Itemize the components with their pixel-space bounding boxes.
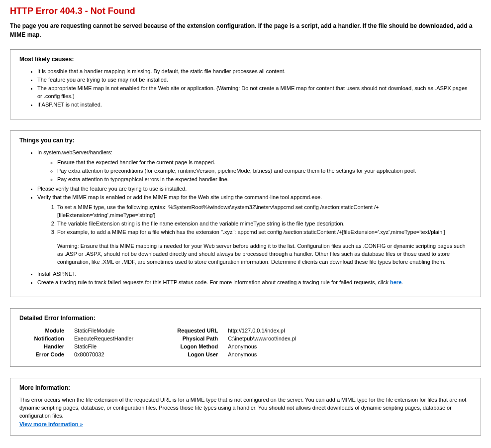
causes-box: Most likely causes: It is possible that …	[10, 49, 481, 119]
detail-row: Error Code 0x80070032	[19, 350, 133, 358]
detail-value: http://127.0.0.1/index.pl	[228, 327, 296, 335]
detail-label: Notification	[19, 335, 74, 342]
more-info-box: More Information: This error occurs when…	[10, 378, 481, 436]
tracing-text: Create a tracing rule to track failed re…	[37, 279, 390, 285]
details-heading: Detailed Error Information:	[19, 315, 472, 322]
causes-heading: Most likely causes:	[19, 56, 472, 63]
try-subitem: Pay extra attention to preconditions (fo…	[57, 167, 472, 175]
cause-item: The appropriate MIME map is not enabled …	[37, 85, 472, 101]
more-info-heading: More Information:	[19, 384, 472, 391]
error-title: HTTP Error 404.3 - Not Found	[10, 6, 481, 16]
more-info-text: This error occurs when the file extensio…	[19, 396, 472, 420]
detail-value: StaticFileModule	[74, 327, 133, 335]
detail-row: Module StaticFileModule	[19, 327, 133, 335]
try-item: Install ASP.NET.	[37, 270, 472, 278]
detail-row: Physical Path C:\inetpub\wwwroot\index.p…	[153, 335, 296, 342]
try-warning: Warning: Ensure that this MIME mapping i…	[57, 242, 472, 266]
try-subitem: Pay extra attention to typographical err…	[57, 176, 472, 184]
detail-value: StaticFile	[74, 342, 133, 350]
try-ol-item: To set a MIME type, use the following sy…	[57, 204, 472, 220]
try-heading: Things you can try:	[19, 137, 472, 144]
details-right-column: Requested URL http://127.0.0.1/index.pl …	[153, 327, 296, 358]
tracing-link[interactable]: here	[390, 279, 401, 285]
detail-row: Requested URL http://127.0.0.1/index.pl	[153, 327, 296, 335]
detail-row: Logon Method Anonymous	[153, 342, 296, 350]
try-item: Create a tracing rule to track failed re…	[37, 279, 472, 287]
try-item: Verify that the MIME map is enabled or a…	[37, 194, 472, 266]
detail-label: Handler	[19, 342, 74, 350]
error-subtitle: The page you are requesting cannot be se…	[10, 21, 481, 39]
detail-label: Physical Path	[153, 335, 228, 342]
try-item-text: In system.webServer/handlers:	[37, 149, 112, 155]
detail-row: Notification ExecuteRequestHandler	[19, 335, 133, 342]
detail-value: C:\inetpub\wwwroot\index.pl	[228, 335, 296, 342]
cause-item: The feature you are trying to use may no…	[37, 76, 472, 84]
details-box: Detailed Error Information: Module Stati…	[10, 308, 481, 367]
try-item: In system.webServer/handlers: Ensure tha…	[37, 149, 472, 184]
try-ol-item: For example, to add a MIME map for a fil…	[57, 228, 472, 236]
tracing-post: .	[401, 279, 403, 285]
cause-item: If ASP.NET is not installed.	[37, 101, 472, 109]
try-item-text: Verify that the MIME map is enabled or a…	[37, 194, 322, 200]
try-item: Please verify that the feature you are t…	[37, 185, 472, 193]
detail-label: Logon User	[153, 350, 228, 358]
detail-label: Module	[19, 327, 74, 335]
more-info-link[interactable]: View more information »	[19, 421, 83, 427]
try-subitem: Ensure that the expected handler for the…	[57, 159, 472, 167]
detail-label: Requested URL	[153, 327, 228, 335]
detail-value: ExecuteRequestHandler	[74, 335, 133, 342]
detail-value: Anonymous	[228, 350, 296, 358]
cause-item: It is possible that a handler mapping is…	[37, 68, 472, 76]
detail-row: Logon User Anonymous	[153, 350, 296, 358]
detail-label: Error Code	[19, 350, 74, 358]
detail-row: Handler StaticFile	[19, 342, 133, 350]
try-ol-item: The variable fileExtension string is the…	[57, 220, 472, 228]
detail-value: Anonymous	[228, 342, 296, 350]
details-left-column: Module StaticFileModule Notification Exe…	[19, 327, 133, 358]
detail-label: Logon Method	[153, 342, 228, 350]
try-box: Things you can try: In system.webServer/…	[10, 130, 481, 297]
detail-value: 0x80070032	[74, 350, 133, 358]
